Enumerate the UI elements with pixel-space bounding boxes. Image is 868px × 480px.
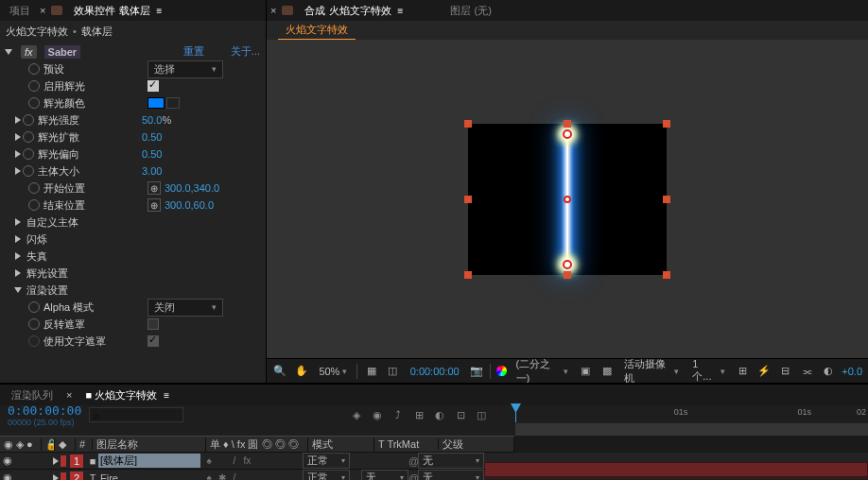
draft3d-icon[interactable]: ◉ <box>370 407 385 422</box>
stopwatch-icon[interactable] <box>23 131 34 143</box>
sub-tab-comp[interactable]: 火焰文字特效 <box>278 21 356 40</box>
transform-handle[interactable] <box>663 271 670 279</box>
layer-row[interactable]: ◉ 1 ■ [载体层] ♠/fx 正常▾ ▾ @ 无▾ <box>0 453 868 470</box>
glow-bias-value[interactable]: 0.50 <box>142 148 162 160</box>
tab-menu-icon[interactable]: ≡ <box>164 390 169 401</box>
region-icon[interactable]: ▣ <box>578 363 594 380</box>
visibility-icon[interactable]: ◉ <box>0 454 15 467</box>
composition-viewer[interactable] <box>267 40 868 358</box>
layer-expand-icon[interactable] <box>53 474 59 481</box>
layer-parent-dropdown[interactable]: 无▾ <box>418 453 484 469</box>
stopwatch-icon[interactable] <box>28 80 40 92</box>
reset-link[interactable]: 重置 <box>183 44 204 59</box>
views-dropdown[interactable]: 1 个...▾ <box>688 358 729 383</box>
magnify-icon[interactable]: 🔍 <box>272 363 288 380</box>
exposure-value[interactable]: +0.0 <box>842 366 862 377</box>
tab-layer[interactable]: 图层 (无) <box>444 2 496 20</box>
comp-frame[interactable] <box>468 124 667 275</box>
pickwhip-icon[interactable]: @ <box>408 472 418 481</box>
col-switches[interactable]: 单 ♦ \ fx 圆 ◎ ◎ ◎ <box>206 437 308 452</box>
layer-parent-dropdown[interactable]: 无▾ <box>418 470 484 480</box>
expand-icon[interactable] <box>15 269 21 277</box>
expand-icon[interactable] <box>15 133 21 141</box>
transform-handle[interactable] <box>464 271 472 279</box>
alpha-mode-dropdown[interactable]: 关闭▾ <box>148 299 223 317</box>
reset-exposure-icon[interactable]: ◐ <box>821 363 837 380</box>
label-color[interactable] <box>61 455 66 467</box>
tab-timeline-comp[interactable]: ■ 火焰文字特效 ≡ <box>79 386 175 404</box>
zoom-dropdown[interactable]: 50%▾ <box>315 365 351 378</box>
glow-intensity-value[interactable]: 50.0 <box>142 114 162 126</box>
tab-menu-icon[interactable]: ≡ <box>398 6 404 16</box>
expand-icon[interactable] <box>15 116 21 124</box>
comp-mini-flowchart-icon[interactable]: ◈ <box>349 407 364 422</box>
transform-handle[interactable] <box>564 120 571 128</box>
frame-blend-icon[interactable]: ⊞ <box>411 407 426 422</box>
tab-effect-controls[interactable]: 效果控件 载体层 ≡ <box>68 2 167 20</box>
layer-name[interactable]: [载体层] <box>98 454 200 468</box>
col-label[interactable]: ◆ <box>55 438 76 451</box>
end-pos-y[interactable]: 60.0 <box>194 199 214 211</box>
expand-icon[interactable] <box>15 218 21 226</box>
layer-switches[interactable]: ♠✱/ <box>200 472 303 480</box>
layer-mode-dropdown[interactable]: 正常▾ <box>303 470 350 480</box>
stopwatch-icon[interactable] <box>23 148 34 160</box>
layer-name[interactable]: Fire <box>98 472 200 481</box>
col-source-name[interactable]: 图层名称 <box>93 437 206 452</box>
channel-icon[interactable] <box>496 366 506 376</box>
transparency-icon[interactable]: ▩ <box>599 363 615 380</box>
col-mode[interactable]: 模式 <box>308 437 374 452</box>
brainstorm-icon[interactable]: ◫ <box>474 407 489 422</box>
grid-icon[interactable]: ▦ <box>363 363 379 380</box>
expand-icon[interactable] <box>15 167 21 175</box>
tab-render-queue[interactable]: 渲染队列 <box>6 386 59 404</box>
saber-anchor-handle[interactable] <box>564 196 571 203</box>
stopwatch-icon[interactable] <box>28 318 40 330</box>
expand-icon[interactable] <box>15 150 21 158</box>
visibility-icon[interactable]: ◉ <box>0 471 15 480</box>
enable-glow-checkbox[interactable] <box>148 80 159 92</box>
resolution-dropdown[interactable]: (二分之一)▾ <box>512 358 572 383</box>
snapshot-icon[interactable]: 📷 <box>469 363 485 380</box>
effect-name[interactable]: Saber <box>44 45 81 59</box>
transform-handle[interactable] <box>464 196 472 203</box>
transform-handle[interactable] <box>663 196 670 203</box>
saber-start-handle[interactable] <box>563 129 572 139</box>
effect-collapse-icon[interactable] <box>5 49 12 55</box>
end-pos-x[interactable]: 300.0 <box>165 199 191 211</box>
tab-composition[interactable]: 合成 火焰文字特效 ≡ <box>299 2 408 20</box>
glow-color-swatch[interactable] <box>148 97 165 109</box>
label-color[interactable] <box>61 472 66 481</box>
col-av[interactable]: ◉ ◈ ● <box>0 438 42 451</box>
layer-expand-icon[interactable] <box>53 457 59 465</box>
eyedropper-icon[interactable] <box>166 97 180 109</box>
invert-matte-checkbox[interactable] <box>148 318 159 330</box>
layer-mode-dropdown[interactable]: 正常▾ <box>303 453 350 469</box>
stopwatch-icon[interactable] <box>28 182 40 194</box>
current-timecode[interactable]: 0:00:00:00 <box>8 403 81 418</box>
col-index[interactable]: # <box>76 438 93 450</box>
expand-icon[interactable] <box>15 252 21 260</box>
stopwatch-icon[interactable] <box>28 97 40 109</box>
start-pos-y[interactable]: 340.0 <box>194 182 220 194</box>
about-link[interactable]: 关于... <box>231 44 260 59</box>
col-trkmat[interactable]: T TrkMat <box>374 438 439 450</box>
motion-blur-icon[interactable]: ◐ <box>432 407 447 422</box>
stopwatch-icon[interactable] <box>23 165 34 177</box>
flowchart-icon[interactable]: ⫘ <box>799 363 815 380</box>
crosshair-icon[interactable]: ⊕ <box>148 181 161 195</box>
core-size-value[interactable]: 3.00 <box>142 165 162 177</box>
tab-menu-icon[interactable]: ≡ <box>157 6 163 16</box>
tab-project[interactable]: 项目 <box>4 2 36 20</box>
layer-trkmat-dropdown[interactable]: 无▾ <box>361 470 408 480</box>
hand-icon[interactable]: ✋ <box>294 363 310 380</box>
camera-dropdown[interactable]: 活动摄像机▾ <box>620 358 683 383</box>
pickwhip-icon[interactable]: @ <box>408 455 418 467</box>
layer-switches[interactable]: ♠/fx <box>200 455 303 466</box>
transform-handle[interactable] <box>564 271 571 279</box>
stopwatch-icon[interactable] <box>23 114 34 126</box>
expand-icon[interactable] <box>15 235 21 243</box>
timeline-icon[interactable]: ⊟ <box>777 363 793 380</box>
preset-dropdown[interactable]: 选择▾ <box>148 60 223 78</box>
transform-handle[interactable] <box>464 120 472 128</box>
